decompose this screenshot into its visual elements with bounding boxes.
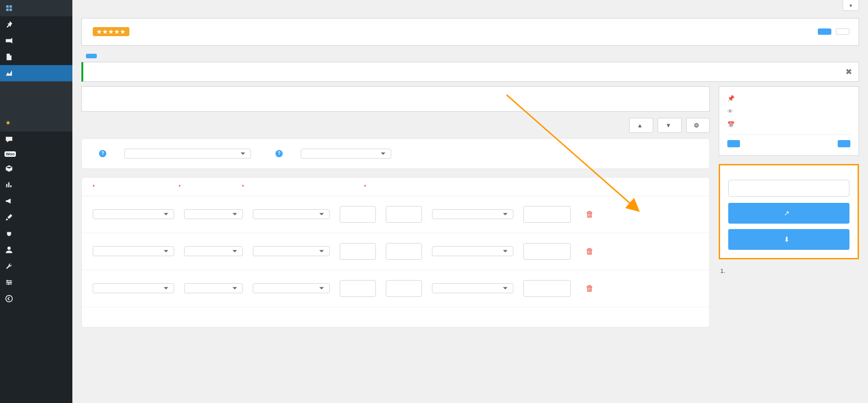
- sidebar-item-users[interactable]: [0, 242, 72, 258]
- sidebar-sub-add-new[interactable]: [0, 89, 72, 95]
- svg-point-0: [7, 247, 10, 250]
- sidebar-item-plugins[interactable]: [0, 225, 72, 242]
- success-notice: ✖: [81, 62, 859, 82]
- required-attr-select[interactable]: [93, 209, 174, 219]
- pages-icon: [5, 52, 14, 61]
- svg-point-1: [6, 295, 12, 302]
- sidebar-sub-settings[interactable]: [0, 106, 72, 111]
- user-icon: [5, 245, 14, 254]
- sidebar-item-media[interactable]: [0, 33, 72, 49]
- sidebar-item-settings[interactable]: [0, 274, 72, 291]
- prefix-input[interactable]: [340, 280, 376, 297]
- sidebar-item-pages[interactable]: [0, 49, 72, 65]
- filter-icon: ▼: [665, 122, 671, 129]
- add-new-button[interactable]: [86, 54, 97, 58]
- sidebar-item-dashboard[interactable]: [0, 0, 72, 16]
- pin-icon: 📌: [727, 95, 735, 102]
- suffix-input[interactable]: [386, 280, 422, 297]
- download-feed-button[interactable]: ⬇: [728, 229, 849, 250]
- required-attr-select[interactable]: [93, 283, 174, 293]
- sidebar-item-comments[interactable]: [0, 131, 72, 148]
- attr-type-select[interactable]: [184, 283, 243, 293]
- char-limit-input[interactable]: [523, 280, 571, 297]
- required-attr-select[interactable]: [93, 246, 174, 256]
- sidebar-item-analytics[interactable]: [0, 177, 72, 193]
- troubleshoot-button[interactable]: ▲: [629, 118, 653, 133]
- not-now-button[interactable]: [836, 28, 849, 35]
- premium-upsell-box: [719, 267, 859, 274]
- prefix-input[interactable]: [340, 206, 376, 223]
- settings-icon: [5, 278, 14, 287]
- sidebar-item-woocommerce[interactable]: Woo: [0, 148, 72, 160]
- tools-icon: [5, 262, 14, 271]
- output-filter-select[interactable]: [432, 283, 513, 293]
- suffix-input[interactable]: [386, 243, 422, 260]
- external-link-icon: ↗: [784, 209, 790, 217]
- sidebar-item-marketing[interactable]: [0, 193, 72, 209]
- product-filter-button[interactable]: ▼: [658, 118, 682, 133]
- trash-icon[interactable]: 🗑: [586, 284, 594, 293]
- help-icon[interactable]: ?: [275, 150, 283, 157]
- dashboard-icon: [5, 4, 14, 13]
- megaphone-icon: [5, 197, 14, 206]
- sidebar-item-posts[interactable]: [0, 16, 72, 33]
- rating-banner: ★★★★★: [81, 18, 859, 46]
- th-filter: [405, 184, 486, 189]
- media-icon: [5, 36, 14, 45]
- assigned-value-select[interactable]: [253, 209, 330, 219]
- char-limit-input[interactable]: [523, 243, 571, 260]
- output-filter-select[interactable]: [432, 246, 513, 256]
- attr-type-select[interactable]: [184, 209, 243, 219]
- sidebar-sub-support[interactable]: [0, 111, 72, 117]
- sidebar-item-products[interactable]: [0, 160, 72, 177]
- assigned-value-select[interactable]: [253, 246, 330, 256]
- view-feed-button[interactable]: ↗: [728, 203, 849, 224]
- box-icon: [5, 164, 14, 173]
- stars-icon: ★★★★★: [93, 27, 129, 36]
- prefix-input[interactable]: [340, 243, 376, 260]
- feed-url-input[interactable]: [728, 180, 849, 197]
- sidebar-sub-go-pro[interactable]: ★: [0, 117, 72, 129]
- analytics-icon: [5, 180, 14, 189]
- dismiss-notice-icon[interactable]: ✖: [845, 67, 852, 77]
- collapse-icon: [5, 294, 14, 303]
- attr-type-select[interactable]: [184, 246, 243, 256]
- sidebar-item-tools[interactable]: [0, 258, 72, 274]
- screen-options-toggle[interactable]: [843, 0, 859, 11]
- feed-url-box: ↗ ⬇: [719, 164, 859, 259]
- woo-icon: Woo: [5, 151, 16, 157]
- sidebar-sub-category-mapping[interactable]: [0, 95, 72, 100]
- assigned-value-select[interactable]: [253, 283, 330, 293]
- table-row: [82, 307, 709, 327]
- table-row: 🗑: [82, 196, 709, 233]
- warning-icon: ▲: [637, 122, 643, 129]
- feed-title-input[interactable]: [81, 86, 710, 112]
- suffix-input[interactable]: [386, 206, 422, 223]
- main-content: ★★★★★ ✖: [72, 0, 868, 403]
- help-icon[interactable]: ?: [99, 150, 106, 157]
- th-limit: [491, 184, 538, 189]
- output-filter-select[interactable]: [432, 209, 513, 219]
- sidebar-item-appearance[interactable]: [0, 209, 72, 225]
- merchant-select[interactable]: [124, 149, 251, 159]
- admin-sidebar: ★ Woo: [0, 0, 72, 403]
- char-limit-input[interactable]: [523, 206, 571, 223]
- sidebar-item-collapse[interactable]: [0, 291, 72, 307]
- trash-icon[interactable]: 🗑: [586, 247, 594, 256]
- table-row: 🗑: [82, 233, 709, 270]
- update-button[interactable]: [838, 140, 850, 147]
- feed-config-box: ? ?: [81, 138, 710, 169]
- trash-icon[interactable]: 🗑: [586, 210, 594, 219]
- gear-icon: ⚙: [694, 122, 699, 129]
- sidebar-item-product-feed[interactable]: [0, 65, 72, 81]
- feed-type-select[interactable]: [301, 149, 391, 159]
- download-icon: ⬇: [784, 235, 790, 244]
- sidebar-sub-google-merchant[interactable]: [0, 100, 72, 106]
- brush-icon: [5, 213, 14, 222]
- purge-cache-button[interactable]: [727, 140, 740, 147]
- sidebar-sub-all-feeds[interactable]: [0, 84, 72, 89]
- rate-now-button[interactable]: [818, 28, 831, 35]
- th-prefix: [323, 184, 360, 189]
- plug-icon: [5, 229, 14, 238]
- feed-settings-button[interactable]: ⚙: [686, 118, 710, 133]
